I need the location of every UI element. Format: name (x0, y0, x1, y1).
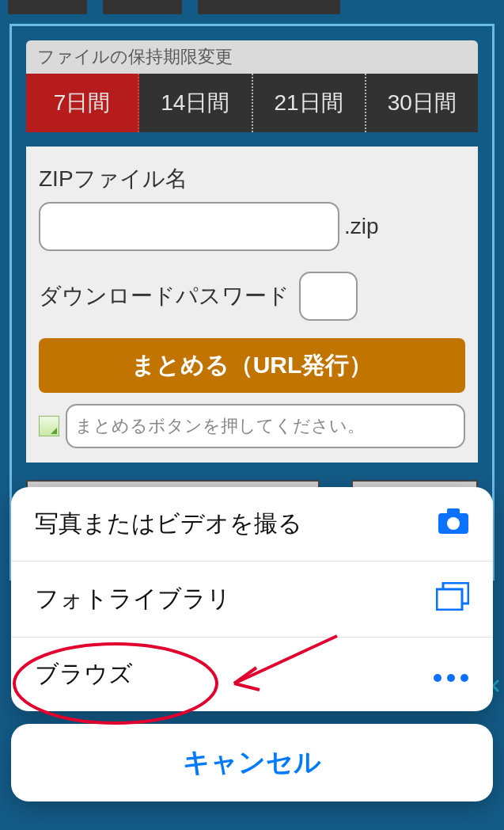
retention-option-14[interactable]: 14日間 (139, 74, 252, 132)
svg-point-2 (447, 517, 460, 530)
bundle-hint-field[interactable]: まとめるボタンを押してください。 (66, 404, 465, 448)
download-password-input[interactable] (299, 272, 358, 321)
tab-placeholder[interactable] (198, 0, 340, 14)
svg-point-6 (447, 674, 455, 682)
note-icon (39, 416, 59, 436)
photo-library-icon (436, 582, 469, 616)
download-password-label: ダウンロードパスワード (39, 281, 290, 311)
zip-filename-label: ZIPファイル名 (39, 164, 465, 194)
bundle-button[interactable]: まとめる（URL発行） (39, 338, 465, 393)
retention-header: ファイルの保持期限変更 (26, 40, 478, 74)
svg-point-5 (434, 674, 441, 682)
svg-point-7 (460, 674, 468, 682)
tab-placeholder[interactable] (103, 0, 182, 14)
action-label: 写真またはビデオを撮る (35, 508, 302, 540)
zip-panel: ZIPファイル名 .zip ダウンロードパスワード まとめる（URL発行） まと… (26, 147, 478, 463)
zip-extension-label: .zip (344, 214, 379, 239)
action-label: ブラウズ (35, 658, 133, 691)
more-icon (433, 661, 469, 688)
zip-filename-input[interactable] (39, 202, 339, 251)
action-cancel[interactable]: キャンセル (11, 724, 493, 801)
tab-placeholder[interactable] (8, 0, 87, 14)
svg-rect-4 (437, 589, 462, 610)
camera-icon (438, 508, 469, 540)
action-photo-library[interactable]: フォトライブラリ (11, 562, 493, 638)
action-label: フォトライブラリ (35, 583, 231, 615)
file-picker-action-sheet: 写真またはビデオを撮る フォトライブラリ ブラウズ キャンセル (11, 487, 493, 801)
svg-rect-1 (447, 508, 460, 515)
retention-option-30[interactable]: 30日間 (366, 74, 478, 132)
retention-option-21[interactable]: 21日間 (253, 74, 366, 132)
retention-option-7[interactable]: 7日間 (26, 74, 139, 132)
action-browse[interactable]: ブラウズ (11, 638, 493, 711)
action-take-photo-video[interactable]: 写真またはビデオを撮る (11, 487, 493, 562)
